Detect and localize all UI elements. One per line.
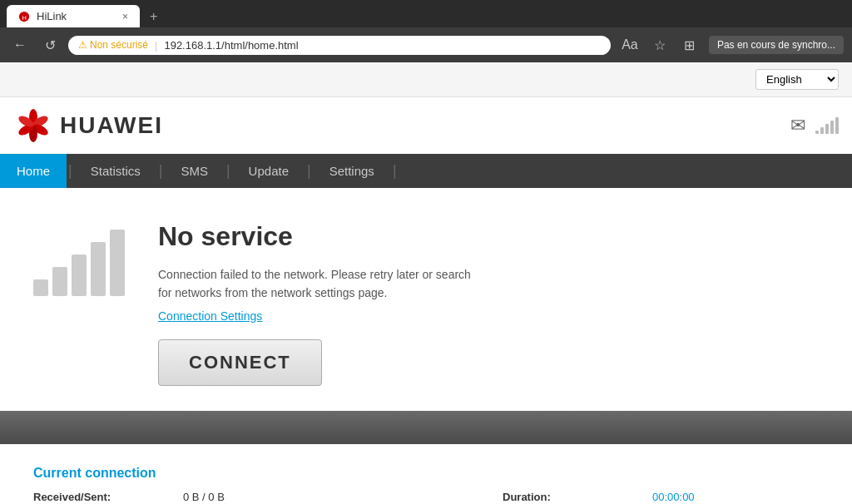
security-warning: ⚠ Non sécurisé <box>78 39 148 51</box>
nav-sms-label: SMS <box>181 164 208 178</box>
svg-text:H: H <box>22 13 27 21</box>
page-content: English Français Deutsch Español <box>0 62 852 504</box>
tab-close-button[interactable]: × <box>122 11 128 22</box>
main-content: No service Connection failed to the netw… <box>0 188 852 411</box>
signal-display-bar-3 <box>72 254 87 296</box>
nav-item-sms[interactable]: SMS <box>164 154 225 188</box>
duration-label: Duration: <box>503 491 652 503</box>
signal-display-bar-5 <box>110 230 125 296</box>
signal-display <box>33 213 125 296</box>
back-button[interactable]: ← <box>8 33 32 57</box>
footer-bar <box>0 411 852 444</box>
toolbar-icons: Aa ☆ ⊞ <box>617 32 702 57</box>
url-display: 192.168.1.1/html/home.html <box>164 39 298 52</box>
received-sent-label: Received/Sent: <box>33 491 183 503</box>
brand-name: HUAWEI <box>60 112 163 139</box>
refresh-button[interactable]: ↺ <box>38 33 62 57</box>
nav-sep-4: | <box>305 162 313 180</box>
service-description: Connection failed to the network. Please… <box>158 265 474 303</box>
mail-icon[interactable]: ✉ <box>790 115 805 136</box>
favorites-button[interactable]: ☆ <box>647 32 672 57</box>
stats-grid: Received/Sent: 0 B / 0 B Duration: 00:00… <box>33 491 819 504</box>
duration-value: 00:00:00 <box>652 491 819 503</box>
tab-favicon: H <box>18 11 30 22</box>
nav-sep-1: | <box>67 162 74 180</box>
service-title: No service <box>158 221 819 252</box>
nav-bar: Home | Statistics | SMS | Update | Setti… <box>0 154 852 188</box>
nav-item-update[interactable]: Update <box>232 154 305 188</box>
sync-button[interactable]: Pas en cours de synchro... <box>709 36 844 54</box>
read-mode-button[interactable]: Aa <box>617 32 642 57</box>
connection-stats: Current connection Received/Sent: 0 B / … <box>0 452 852 504</box>
signal-bar-5 <box>835 117 839 134</box>
signal-display-bar-4 <box>91 242 106 296</box>
connect-button[interactable]: CONNECT <box>158 339 322 386</box>
nav-item-home[interactable]: Home <box>0 154 67 188</box>
page-header: HUAWEI ✉ <box>0 97 852 154</box>
signal-display-bar-1 <box>33 279 48 296</box>
new-tab-button[interactable]: + <box>143 6 164 27</box>
signal-bar-4 <box>830 121 834 134</box>
browser-toolbar: ← ↺ ⚠ Non sécurisé | 192.168.1.1/html/ho… <box>0 27 852 62</box>
signal-bar-1 <box>815 131 819 134</box>
signal-bar-2 <box>820 127 824 134</box>
nav-item-settings[interactable]: Settings <box>313 154 391 188</box>
security-label: Non sécurisé <box>90 39 148 51</box>
header-icons: ✉ <box>790 115 839 136</box>
nav-home-label: Home <box>17 164 50 178</box>
language-bar: English Français Deutsch Español <box>0 62 852 97</box>
nav-settings-label: Settings <box>329 164 374 178</box>
address-bar[interactable]: ⚠ Non sécurisé | 192.168.1.1/html/home.h… <box>68 36 611 55</box>
connection-settings-link[interactable]: Connection Settings <box>158 309 819 323</box>
received-sent-value: 0 B / 0 B <box>183 491 349 503</box>
warning-icon: ⚠ <box>78 39 87 51</box>
address-separator: | <box>155 39 157 52</box>
nav-sep-3: | <box>225 162 232 180</box>
signal-bars-header <box>815 117 839 134</box>
huawei-logo <box>13 106 53 146</box>
collections-button[interactable]: ⊞ <box>677 32 702 57</box>
nav-update-label: Update <box>249 164 289 178</box>
nav-statistics-label: Statistics <box>91 164 141 178</box>
logo-area: HUAWEI <box>13 106 163 146</box>
nav-item-statistics[interactable]: Statistics <box>74 154 157 188</box>
tab-bar: H HiLink × + <box>0 0 852 27</box>
nav-sep-5: | <box>391 162 399 180</box>
stats-title: Current connection <box>33 466 819 481</box>
service-info: No service Connection failed to the netw… <box>158 213 819 386</box>
signal-display-bar-2 <box>52 267 67 296</box>
tab-title: HiLink <box>37 10 67 22</box>
browser-chrome: H HiLink × + ← ↺ ⚠ Non sécurisé | 192.16… <box>0 0 852 62</box>
signal-bar-3 <box>825 124 829 134</box>
language-selector[interactable]: English Français Deutsch Español <box>755 69 839 90</box>
nav-sep-2: | <box>157 162 165 180</box>
active-tab[interactable]: H HiLink × <box>7 5 140 27</box>
